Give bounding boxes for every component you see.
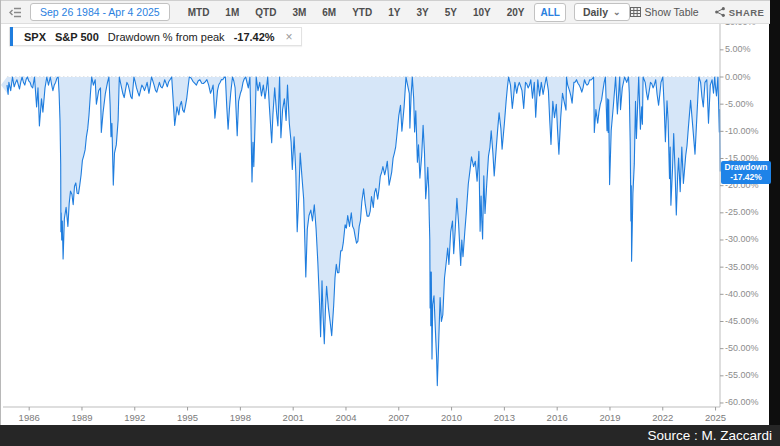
- x-tick-label: 2019: [599, 412, 620, 423]
- x-tick-label: 2010: [441, 412, 462, 423]
- y-tick-label: -50.00%: [725, 343, 759, 353]
- show-table-button[interactable]: Show Table: [630, 6, 699, 18]
- range-button-ytd[interactable]: YTD: [346, 3, 378, 22]
- current-value-tag: Drawdown -17.42%: [721, 161, 771, 184]
- range-button-all[interactable]: ALL: [534, 3, 565, 22]
- range-button-20y[interactable]: 20Y: [501, 3, 531, 22]
- range-button-6m[interactable]: 6M: [316, 3, 342, 22]
- range-button-3m[interactable]: 3M: [286, 3, 312, 22]
- chart-window: Sep 26 1984 - Apr 4 2025 MTD1MQTD3M6MYTD…: [0, 0, 780, 446]
- x-tick-label: 1992: [124, 412, 145, 423]
- y-tick-label: -45.00%: [725, 316, 759, 326]
- range-button-group: MTD1MQTD3M6MYTD1Y3Y5Y10Y20YALL: [180, 3, 568, 22]
- frequency-dropdown[interactable]: Daily ⌄: [574, 3, 630, 21]
- range-button-mtd[interactable]: MTD: [182, 3, 216, 22]
- x-tick-label: 2025: [705, 412, 726, 423]
- range-button-3y[interactable]: 3Y: [410, 3, 434, 22]
- y-tick-label: -30.00%: [725, 234, 759, 244]
- x-tick-label: 2022: [652, 412, 673, 423]
- y-tick-label: -10.00%: [725, 126, 759, 136]
- table-icon: [630, 7, 641, 17]
- date-range-picker[interactable]: Sep 26 1984 - Apr 4 2025: [30, 3, 170, 21]
- y-tick-label: -60.00%: [725, 397, 759, 407]
- current-value-tag-value: -17.42%: [721, 172, 771, 183]
- range-button-1m[interactable]: 1M: [219, 3, 245, 22]
- frequency-value: Daily: [583, 6, 608, 18]
- x-tick-label: 2016: [547, 412, 568, 423]
- x-tick-label: 2004: [335, 412, 356, 423]
- range-button-5y[interactable]: 5Y: [439, 3, 463, 22]
- legend-value: -17.42%: [234, 31, 275, 43]
- y-tick-label: 0.00%: [725, 72, 751, 82]
- legend-ticker: SPX: [24, 31, 46, 43]
- legend-metric: Drawdown % from peak: [108, 31, 225, 43]
- share-button[interactable]: SHARE: [715, 7, 765, 18]
- x-tick-label: 2007: [388, 412, 409, 423]
- drawdown-area-chart[interactable]: [1, 0, 770, 425]
- chart-panel: Sep 26 1984 - Apr 4 2025 MTD1MQTD3M6MYTD…: [0, 0, 769, 425]
- x-tick-label: 1998: [230, 412, 251, 423]
- range-button-1y[interactable]: 1Y: [382, 3, 406, 22]
- range-button-10y[interactable]: 10Y: [467, 3, 497, 22]
- series-color-bar: [10, 27, 13, 46]
- current-value-tag-label: Drawdown: [721, 162, 771, 173]
- source-bar: Source : M. Zaccardi: [0, 425, 780, 446]
- y-tick-label: 5.00%: [725, 44, 751, 54]
- legend-name: S&P 500: [55, 31, 99, 43]
- chevron-down-icon: ⌄: [613, 9, 621, 15]
- show-table-label: Show Table: [645, 6, 699, 18]
- x-tick-label: 1986: [19, 412, 40, 423]
- y-tick-label: -5.00%: [725, 99, 754, 109]
- toolbar: Sep 26 1984 - Apr 4 2025 MTD1MQTD3M6MYTD…: [1, 0, 770, 24]
- source-credit: Source : M. Zaccardi: [647, 428, 772, 443]
- y-tick-label: -25.00%: [725, 207, 759, 217]
- x-tick-label: 1995: [177, 412, 198, 423]
- collapse-panel-icon[interactable]: [9, 7, 22, 18]
- x-tick-label: 2013: [494, 412, 515, 423]
- share-icon: [715, 7, 725, 17]
- y-tick-label: -55.00%: [725, 370, 759, 380]
- y-tick-label: -40.00%: [725, 289, 759, 299]
- x-tick-label: 1989: [71, 412, 92, 423]
- range-button-qtd[interactable]: QTD: [249, 3, 282, 22]
- close-icon[interactable]: ×: [286, 30, 293, 44]
- toolbar-right: Show Table SHARE Settings: [630, 6, 780, 18]
- share-label: SHARE: [729, 7, 765, 18]
- y-tick-label: -35.00%: [725, 262, 759, 272]
- series-legend[interactable]: SPX S&P 500 Drawdown % from peak -17.42%…: [9, 27, 302, 46]
- x-tick-label: 2001: [283, 412, 304, 423]
